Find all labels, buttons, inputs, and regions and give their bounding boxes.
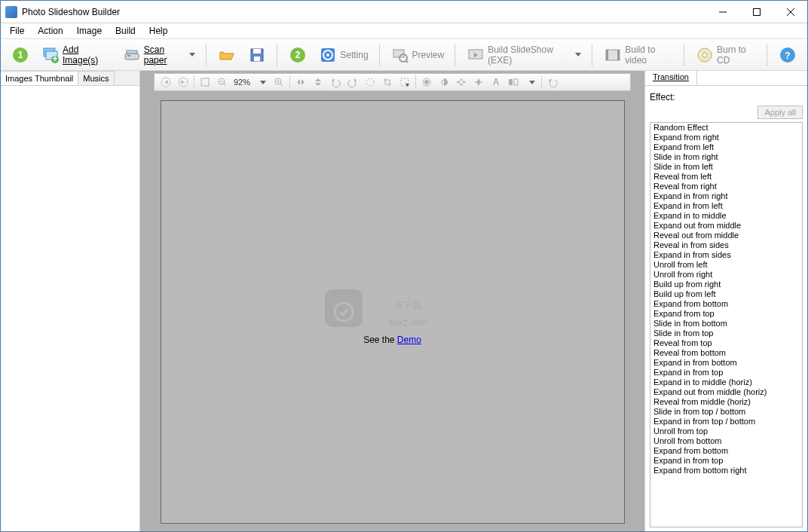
last-icon[interactable]: [175, 75, 191, 90]
effect-item[interactable]: Expand in to middle: [650, 211, 802, 221]
effect-list[interactable]: Random EffectExpand from rightExpand fro…: [650, 123, 802, 527]
effect-item[interactable]: Unroll from left: [650, 260, 802, 270]
zoom-out-icon[interactable]: [214, 75, 231, 90]
build-video-label: Build to video: [625, 44, 673, 66]
text-icon[interactable]: A: [488, 75, 504, 90]
tab-transition[interactable]: Transition: [645, 71, 697, 85]
menu-help[interactable]: Help: [143, 24, 174, 38]
tab-musics[interactable]: Musics: [78, 71, 114, 85]
effect-item[interactable]: Slide in from top: [650, 329, 802, 338]
compare-icon[interactable]: [505, 75, 522, 90]
effect-item[interactable]: Expand in from sides: [650, 250, 802, 260]
menu-build[interactable]: Build: [109, 24, 142, 38]
effect-item[interactable]: Slide in from right: [650, 152, 802, 162]
center-panel: 92% A 安下载anxz.com: [140, 71, 644, 532]
svg-rect-37: [201, 78, 209, 86]
effect-item[interactable]: Expand from right: [650, 133, 802, 142]
effect-item[interactable]: Expand from bottom right: [650, 466, 802, 475]
demo-link[interactable]: Demo: [397, 335, 421, 345]
effect-item[interactable]: Expand in from left: [650, 201, 802, 211]
effect-item[interactable]: Reveal from middle (horiz): [650, 397, 802, 407]
tab-images-thumbnail[interactable]: Images Thumbnail: [1, 71, 78, 85]
svg-rect-14: [253, 49, 261, 54]
effect-item[interactable]: Expand in from bottom: [650, 358, 802, 368]
effect1-icon[interactable]: [453, 75, 470, 90]
effect-item[interactable]: Build up from right: [650, 280, 802, 289]
build-slideshow-button[interactable]: Build SlideShow (EXE): [462, 43, 586, 67]
zoom-in-icon[interactable]: [271, 75, 287, 90]
step1-icon: 1: [11, 46, 29, 64]
minimize-button[interactable]: [705, 1, 739, 23]
effect-item[interactable]: Unroll from bottom: [650, 436, 802, 446]
flip-h-icon[interactable]: [292, 75, 309, 90]
setting-button[interactable]: Setting: [314, 43, 372, 67]
build-video-button[interactable]: Build to video: [599, 43, 678, 67]
more-dropdown[interactable]: [522, 75, 539, 90]
effect-item[interactable]: Expand from bottom: [650, 446, 802, 456]
svg-marker-49: [332, 79, 335, 82]
select-icon[interactable]: [396, 75, 413, 90]
save-button[interactable]: [243, 43, 271, 67]
close-button[interactable]: [773, 1, 807, 23]
effect-item[interactable]: Unroll from right: [650, 270, 802, 280]
add-images-label: Add Image(s): [63, 44, 111, 66]
step2-button[interactable]: 2: [284, 43, 311, 67]
zoom-dropdown[interactable]: [253, 75, 270, 90]
effect2-icon[interactable]: [470, 75, 487, 90]
thumbnail-list[interactable]: [1, 86, 139, 532]
effect-item[interactable]: Expand in from top: [650, 456, 802, 466]
rotate-right-icon[interactable]: [344, 75, 361, 90]
effect-item[interactable]: Expand from bottom: [650, 299, 802, 309]
effect-item[interactable]: Reveal from left: [650, 172, 802, 182]
undo-icon[interactable]: [544, 75, 561, 90]
menu-action[interactable]: Action: [32, 24, 69, 38]
step1-button[interactable]: 1: [7, 43, 34, 67]
burn-cd-button[interactable]: Burn to CD: [691, 43, 761, 67]
canvas-frame[interactable]: 安下载anxz.com See the Demo: [161, 100, 625, 524]
preview-button[interactable]: Preview: [387, 43, 449, 67]
fit-icon[interactable]: [197, 75, 213, 90]
effect-item[interactable]: Reveal in from sides: [650, 240, 802, 250]
rotate-icon[interactable]: [362, 75, 378, 90]
effect-item[interactable]: Unroll from top: [650, 427, 802, 436]
effect-item[interactable]: Expand from left: [650, 142, 802, 152]
brightness-down-icon[interactable]: [436, 75, 452, 90]
brightness-up-icon[interactable]: [418, 75, 435, 90]
help-button[interactable]: ?: [774, 43, 801, 67]
svg-text:安下载: 安下载: [394, 300, 421, 310]
effect-item[interactable]: Expand out from middle: [650, 221, 802, 231]
svg-marker-50: [354, 79, 357, 82]
first-icon[interactable]: [158, 75, 174, 90]
maximize-button[interactable]: [739, 1, 773, 23]
effect-item[interactable]: Expand in from top: [650, 368, 802, 378]
effect-item[interactable]: Reveal from top: [650, 338, 802, 348]
svg-text:2: 2: [295, 50, 301, 60]
effect-item[interactable]: Slide in from top / bottom: [650, 407, 802, 417]
effect-item[interactable]: Slide in from left: [650, 162, 802, 172]
menu-file[interactable]: File: [4, 24, 30, 38]
effect-item[interactable]: Expand in from right: [650, 191, 802, 201]
window-title: Photo Slideshow Builder: [22, 7, 120, 17]
open-button[interactable]: [213, 43, 240, 67]
crop-icon[interactable]: [379, 75, 396, 90]
titlebar-left: Photo Slideshow Builder: [5, 6, 120, 18]
apply-all-button[interactable]: Apply all: [758, 105, 803, 119]
svg-rect-21: [393, 50, 404, 57]
effect-item[interactable]: Expand out from middle (horiz): [650, 387, 802, 397]
effect-item[interactable]: Expand in to middle (horiz): [650, 378, 802, 387]
svg-text:1: 1: [18, 50, 23, 60]
effect-item[interactable]: Reveal out from middle: [650, 231, 802, 240]
effect-item[interactable]: Reveal from bottom: [650, 348, 802, 358]
effect-item[interactable]: Random Effect: [650, 123, 802, 133]
scan-paper-button[interactable]: Scan paper: [118, 43, 200, 67]
effect-item[interactable]: Build up from left: [650, 289, 802, 299]
rotate-left-icon[interactable]: [327, 75, 344, 90]
effect-item[interactable]: Slide in from bottom: [650, 319, 802, 329]
effect-item[interactable]: Reveal from right: [650, 182, 802, 191]
menu-image[interactable]: Image: [71, 24, 108, 38]
effect-item[interactable]: Expand from top: [650, 309, 802, 319]
effect-item[interactable]: Expand in from top / bottom: [650, 417, 802, 427]
add-images-button[interactable]: + Add Image(s): [37, 43, 115, 67]
svg-rect-10: [125, 54, 139, 60]
flip-v-icon[interactable]: [310, 75, 326, 90]
